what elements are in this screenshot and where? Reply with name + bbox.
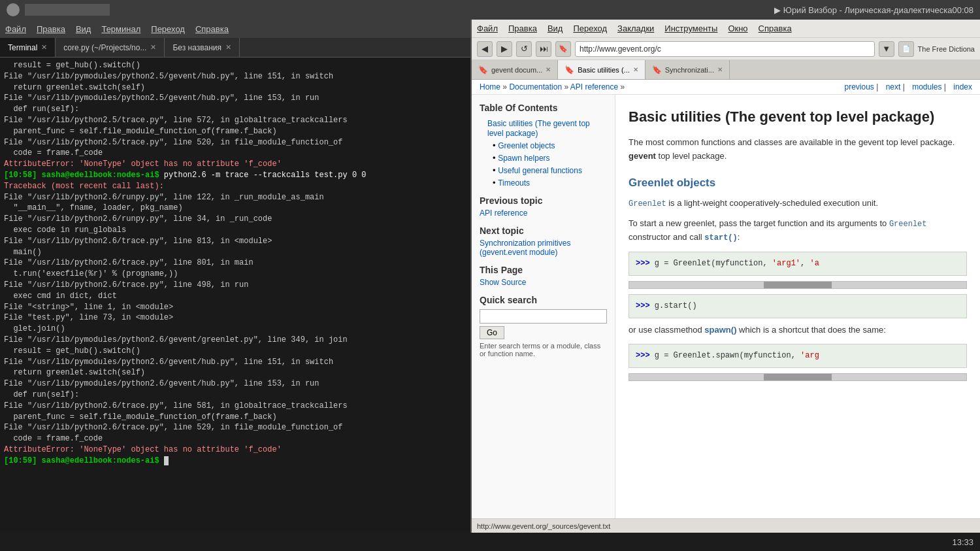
nav-previous[interactable]: previous	[845, 82, 874, 92]
tab-unnamed-close[interactable]: ✕	[225, 43, 231, 52]
btab-basic-close[interactable]: ✕	[633, 66, 638, 73]
next-topic-title: Next topic	[480, 225, 607, 236]
nav-index[interactable]: index	[953, 82, 972, 92]
browser-menu-view[interactable]: Вид	[547, 24, 563, 33]
system-bar-right: ▶ Юрий Визбор - Лирическая-диалектическа…	[774, 5, 973, 15]
greenlet-intro: Greenlet is a light-weight cooperatively…	[629, 197, 967, 210]
terminal-line: t.run('execfile(%r)' % (progname,))	[4, 269, 466, 280]
browser-menu-edit[interactable]: Правка	[508, 24, 537, 33]
tab-unnamed[interactable]: Без названия ✕	[165, 38, 240, 57]
browser-menu-help[interactable]: Справка	[759, 24, 792, 33]
terminal-line: File "/usr/lib/pymodules/python2.5/geven…	[4, 71, 466, 82]
term-menu-view[interactable]: Вид	[76, 24, 91, 34]
toc-link-1[interactable]: Greenlet objects	[498, 141, 555, 150]
breadcrumb-sep1: »	[502, 82, 509, 92]
tab-core-py-label: core.py (~/Projects/no...	[63, 43, 146, 52]
browser-toolbar: ◀ ▶ ↺ ⏭ 🔖 ▼ 📄 The Free Dictiona	[472, 38, 980, 60]
terminal-line: File "/usr/lib/python2.6/trace.py", line…	[4, 258, 466, 269]
show-source-link[interactable]: Show Source	[480, 278, 607, 287]
btab-basic-label: Basic utilities (...	[578, 66, 629, 74]
toc-link-4[interactable]: Timeouts	[498, 178, 530, 188]
terminal-line: File "/usr/lib/python2.6/trace.py", line…	[4, 236, 466, 247]
btab-sync[interactable]: 🔖 Synchronizati... ✕	[645, 60, 730, 79]
doc-sidebar: Table Of Contents Basic utilities (The g…	[472, 95, 615, 518]
breadcrumb-api[interactable]: API reference	[570, 82, 618, 92]
previous-topic-link[interactable]: API reference	[480, 209, 607, 218]
toc-list: Basic utilities (The gevent top level pa…	[480, 118, 607, 188]
breadcrumb-home[interactable]: Home	[480, 82, 500, 92]
tab-terminal-close[interactable]: ✕	[41, 43, 47, 52]
scrollbar-2[interactable]	[629, 373, 967, 381]
terminal-line: File "/usr/lib/python2.6/trace.py", line…	[4, 280, 466, 291]
terminal-line: [10:58] sasha@edellbook:nodes-ai$ python…	[4, 170, 466, 181]
scrollbar-1[interactable]	[629, 281, 967, 289]
system-search[interactable]	[25, 4, 110, 16]
browser-menu-tools[interactable]: Инструменты	[664, 24, 717, 33]
greenlet-constructor: Greenlet	[889, 220, 927, 229]
breadcrumb: Home » Documentation » API reference »	[480, 82, 625, 92]
tab-terminal-label: Terminal	[8, 43, 37, 52]
search-hint: Enter search terms or a module, class or…	[480, 342, 607, 358]
url-arrow[interactable]: ▼	[879, 41, 894, 57]
btab-basic-utils[interactable]: 🔖 Basic utilities (... ✕	[558, 60, 645, 79]
terminal-line: File "/usr/lib/pymodules/python2.5/geven…	[4, 93, 466, 104]
terminal-line: AttributeError: 'NoneType' object has no…	[4, 444, 466, 456]
url-bar[interactable]	[575, 41, 875, 57]
term-menu-file[interactable]: Файл	[5, 24, 26, 34]
toc-link-3[interactable]: Useful general functions	[498, 166, 582, 175]
term-menu-terminal[interactable]: Терминал	[101, 24, 140, 34]
term-menu-edit[interactable]: Правка	[37, 24, 65, 34]
terminal-line: File "/usr/lib/pymodules/python2.6/geven…	[4, 335, 466, 346]
terminal-line: return greenlet.switch(self)	[4, 82, 466, 93]
btab-sync-close[interactable]: ✕	[717, 66, 723, 73]
btab-gevent-docs[interactable]: 🔖 gevent docum... ✕	[472, 60, 558, 79]
term-menu-go[interactable]: Переход	[151, 24, 185, 34]
back-button[interactable]: ◀	[477, 41, 493, 57]
browser-menu-go[interactable]: Переход	[573, 24, 607, 33]
terminal-line: def run(self):	[4, 390, 466, 401]
bookmark-name: The Free Dictiona	[918, 45, 975, 53]
search-go-button[interactable]: Go	[480, 326, 504, 339]
reload-button[interactable]: ↺	[516, 41, 532, 57]
nav-modules[interactable]: modules	[912, 82, 941, 92]
rss-button[interactable]: 📄	[898, 41, 914, 57]
terminal-line: File "/usr/lib/python2.6/runpy.py", line…	[4, 214, 466, 225]
music-player[interactable]: ▶ Юрий Визбор - Лирическая-диалектическа…	[774, 5, 973, 15]
app-icon[interactable]	[7, 3, 20, 16]
doc-intro-suffix: top level package.	[659, 151, 727, 161]
btab-gevent-label: gevent docum...	[491, 66, 542, 74]
breadcrumb-documentation[interactable]: Documentation	[509, 82, 562, 92]
browser-content: Home » Documentation » API reference » p…	[472, 80, 980, 533]
terminal-line: main()	[4, 247, 466, 258]
btab-sync-icon: 🔖	[652, 65, 662, 75]
skip-button[interactable]: ⏭	[536, 41, 551, 57]
code-block-2: >>> g.start()	[629, 294, 967, 318]
quick-search-input[interactable]	[480, 309, 607, 324]
nav-next[interactable]: next	[886, 82, 901, 92]
forward-button[interactable]: ▶	[497, 41, 512, 57]
terminal-line: "__main__", fname, loader, pkg_name)	[4, 203, 466, 214]
tab-unnamed-label: Без названия	[172, 43, 221, 52]
browser-menu-window[interactable]: Окно	[728, 24, 747, 33]
terminal-line: AttributeError: 'NoneType' object has no…	[4, 159, 466, 170]
quick-search-title: Quick search	[480, 295, 607, 305]
toc-link-2[interactable]: Spawn helpers	[498, 154, 549, 163]
btab-basic-icon: 🔖	[564, 65, 574, 75]
btab-gevent-close[interactable]: ✕	[546, 66, 551, 73]
terminal-line: File "/usr/lib/python2.5/trace.py", line…	[4, 115, 466, 126]
terminal-line: code = frame.f_code	[4, 148, 466, 159]
tab-core-py-close[interactable]: ✕	[150, 43, 156, 52]
code-block-1: >>> g = Greenlet(myfunction, 'arg1', 'a	[629, 252, 967, 276]
home-button[interactable]: 🔖	[555, 41, 571, 57]
terminal-body[interactable]: result = get_hub().switch()File "/usr/li…	[0, 58, 470, 533]
next-topic-link[interactable]: Synchronization primitives (gevent.event…	[480, 239, 607, 257]
tab-terminal[interactable]: Terminal ✕	[0, 38, 56, 57]
toc-link-0[interactable]: Basic utilities (The gevent top level pa…	[487, 119, 590, 138]
browser-menu-bookmarks[interactable]: Закладки	[617, 24, 654, 33]
term-menu-help[interactable]: Справка	[195, 24, 229, 34]
or-spawn-text: or use classmethod spawn() which is a sh…	[629, 324, 967, 337]
browser-menu-file[interactable]: Файл	[477, 24, 498, 33]
spawn-method-link[interactable]: spawn()	[704, 325, 736, 335]
tab-core-py[interactable]: core.py (~/Projects/no... ✕	[56, 38, 165, 57]
toc-item-4: • Timeouts	[487, 178, 607, 188]
